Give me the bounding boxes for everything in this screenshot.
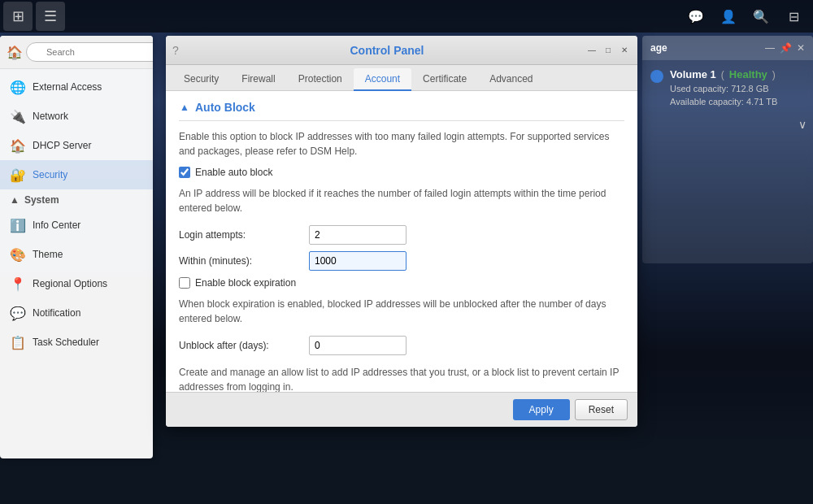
within-minutes-row: Within (minutes): <box>179 251 624 271</box>
sidebar-item-notification[interactable]: 💬 Notification <box>0 298 153 328</box>
enable-autoblock-row: Enable auto block <box>179 167 624 178</box>
panel-tabs: Security Firewall Protection Account Cer… <box>166 65 637 91</box>
tab-certificate[interactable]: Certificate <box>411 68 478 91</box>
sidebar-item-label: DHCP Server <box>33 140 91 151</box>
sidebar-item-label: Network <box>33 111 68 122</box>
taskbar-left: ⊞ ☰ <box>0 2 65 31</box>
titlebar-left-spacer: ? <box>172 44 189 57</box>
sidebar-item-label: Theme <box>33 249 63 260</box>
right-panel-close[interactable]: ✕ <box>797 42 805 54</box>
search-wrapper: 🔍 <box>26 42 153 62</box>
sidebar-item-external-access[interactable]: 🌐 External Access <box>0 72 153 102</box>
unblock-after-label: Unblock after (days): <box>179 340 309 351</box>
unblock-after-row: Unblock after (days): <box>179 336 624 355</box>
right-panel-header: age — 📌 ✕ <box>642 36 813 60</box>
sidebar-panel: 🏠 🔍 🌐 External Access 🔌 Network 🏠 DHCP S… <box>0 36 153 458</box>
volume-name: Volume 1 <box>670 68 716 80</box>
available-capacity: Available capacity: 4.71 TB <box>670 97 777 106</box>
control-panel-window: ? Control Panel — □ ✕ Security Firewall … <box>166 36 637 427</box>
user-icon[interactable]: 👤 <box>715 3 741 29</box>
sidebar-item-regional-options[interactable]: 📍 Regional Options <box>0 269 153 298</box>
within-minutes-label: Within (minutes): <box>179 255 309 267</box>
enable-expiration-row: Enable block expiration <box>179 277 624 289</box>
panel-scroll-area: ▲ Auto Block Enable this option to block… <box>166 91 637 392</box>
widget-icon[interactable]: ⊟ <box>780 3 806 29</box>
expiration-section: Enable block expiration When block expir… <box>179 277 624 355</box>
panel-title: Control Panel <box>189 44 585 57</box>
sidebar-item-task-scheduler[interactable]: 📋 Task Scheduler <box>0 328 153 357</box>
regional-icon: 📍 <box>10 276 26 292</box>
section-collapse-icon[interactable]: ▲ <box>179 102 190 113</box>
section-divider <box>179 120 624 121</box>
right-panel-minimize[interactable]: — <box>765 42 775 54</box>
login-attempts-row: Login attempts: <box>179 225 624 245</box>
sidebar-section-label: System <box>24 194 59 206</box>
panel-controls: — □ ✕ <box>585 44 631 57</box>
external-access-icon: 🌐 <box>10 79 26 95</box>
sidebar-search-input[interactable] <box>26 42 153 62</box>
unblock-after-input[interactable] <box>309 336 406 355</box>
apps-button[interactable]: ⊞ <box>3 2 33 31</box>
within-minutes-input[interactable] <box>309 251 406 271</box>
volume-name-row: Volume 1 ( Healthy ) <box>670 68 777 80</box>
enable-autoblock-label: Enable auto block <box>195 167 272 178</box>
sidebar-item-dhcp-server[interactable]: 🏠 DHCP Server <box>0 131 153 160</box>
message-icon[interactable]: 💬 <box>683 3 709 29</box>
sidebar-item-security[interactable]: 🔐 Security <box>0 160 153 189</box>
panel-titlebar: ? Control Panel — □ ✕ <box>166 36 637 65</box>
sidebar-item-theme[interactable]: 🎨 Theme <box>0 240 153 269</box>
notification-icon: 💬 <box>10 305 26 321</box>
volume-details: Volume 1 ( Healthy ) Used capacity: 712.… <box>670 68 777 106</box>
sidebar-topbar: 🏠 🔍 <box>0 36 153 69</box>
enable-expiration-label: Enable block expiration <box>195 277 296 289</box>
panel-footer: Apply Reset <box>166 392 637 427</box>
apply-button[interactable]: Apply <box>513 399 570 420</box>
right-panel-pin[interactable]: 📌 <box>780 42 792 54</box>
login-attempts-input[interactable] <box>309 225 406 245</box>
network-icon: 🔌 <box>10 108 26 124</box>
sidebar-item-label: External Access <box>33 81 102 93</box>
maximize-button[interactable]: □ <box>602 44 615 57</box>
tab-firewall[interactable]: Firewall <box>230 68 286 91</box>
help-icon[interactable]: ? <box>172 44 179 57</box>
volume-status: Healthy <box>729 68 767 80</box>
autoblock-description: Enable this option to block IP addresses… <box>179 129 624 159</box>
create-manage-text: Create and manage an allow list to add I… <box>179 365 624 392</box>
sidebar-navigation: 🌐 External Access 🔌 Network 🏠 DHCP Serve… <box>0 69 153 360</box>
enable-autoblock-checkbox[interactable] <box>179 167 190 178</box>
chevron-down-icon: ∨ <box>798 118 806 131</box>
sidebar-item-label: Security <box>33 169 67 180</box>
expiration-description: When block expiration is enabled, blocke… <box>179 297 624 326</box>
right-info-panel: age — 📌 ✕ Volume 1 ( Healthy ) Used capa… <box>642 36 813 263</box>
close-paren: ) <box>772 69 776 80</box>
dhcp-icon: 🏠 <box>10 137 26 154</box>
sidebar-system-section[interactable]: ▲ System <box>0 189 153 211</box>
reset-button[interactable]: Reset <box>575 399 628 420</box>
info-center-icon: ℹ️ <box>10 217 26 233</box>
section-toggle-icon: ▲ <box>10 194 20 206</box>
volume-indicator <box>650 70 663 83</box>
taskbar-top: ⊞ ☰ 💬 👤 🔍 ⊟ <box>0 0 813 33</box>
sidebar-item-network[interactable]: 🔌 Network <box>0 102 153 131</box>
tab-advanced[interactable]: Advanced <box>478 68 544 91</box>
volume-info-row: Volume 1 ( Healthy ) Used capacity: 712.… <box>642 60 813 115</box>
task-scheduler-icon: 📋 <box>10 334 26 350</box>
sidebar-item-label: Notification <box>33 307 80 319</box>
tab-protection[interactable]: Protection <box>287 68 354 91</box>
window-manager-button[interactable]: ☰ <box>36 2 65 31</box>
taskbar-right: 💬 👤 🔍 ⊟ <box>683 3 813 29</box>
tab-security[interactable]: Security <box>172 68 230 91</box>
theme-icon: 🎨 <box>10 246 26 263</box>
security-icon: 🔐 <box>10 167 26 183</box>
right-panel-collapse-btn[interactable]: ∨ <box>642 115 813 134</box>
enable-expiration-checkbox[interactable] <box>179 277 190 289</box>
tab-account[interactable]: Account <box>354 68 411 91</box>
search-icon[interactable]: 🔍 <box>748 3 774 29</box>
close-button[interactable]: ✕ <box>618 44 631 57</box>
sidebar-home-button[interactable]: 🏠 <box>7 41 23 63</box>
sidebar-item-info-center[interactable]: ℹ️ Info Center <box>0 211 153 240</box>
right-panel-title: age <box>650 42 667 54</box>
sidebar-item-label: Regional Options <box>33 278 107 289</box>
login-attempts-label: Login attempts: <box>179 229 309 241</box>
minimize-button[interactable]: — <box>585 44 598 57</box>
